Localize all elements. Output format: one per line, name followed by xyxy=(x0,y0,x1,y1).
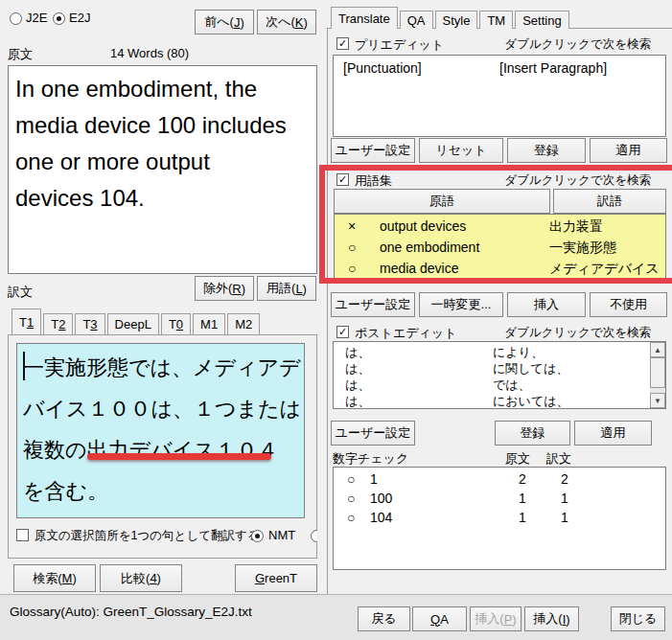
glossary-target-column-header[interactable]: 訳語 xyxy=(553,189,666,214)
target-label: 訳文 xyxy=(8,284,33,301)
greent-button[interactable]: GreenT xyxy=(235,564,317,592)
postedit-checkbox[interactable]: ✓ xyxy=(336,326,349,338)
number-check-marker[interactable]: ○ xyxy=(347,471,355,487)
tab-qa[interactable]: QA xyxy=(400,11,433,29)
glossary-row-source[interactable]: output devices xyxy=(380,218,466,234)
postedit-row-col2[interactable]: に関しては、 xyxy=(493,360,568,377)
number-check-label: 数字チェック xyxy=(333,450,408,468)
glossary-row-marker[interactable]: ○ xyxy=(348,240,356,255)
number-check-target-header: 訳文 xyxy=(546,450,571,468)
tab-t0[interactable]: T0 xyxy=(161,313,191,334)
scroll-down-icon[interactable]: ▼ xyxy=(650,393,665,408)
insert-i-button[interactable]: 挿入(I) xyxy=(524,606,579,631)
insert-p-button: 挿入(P) xyxy=(470,606,521,631)
tab-t3[interactable]: T3 xyxy=(75,313,104,334)
glossary-row-source[interactable]: media device xyxy=(380,261,459,276)
compare-button[interactable]: 比較(4) xyxy=(100,564,182,592)
postedit-row-col2[interactable]: では、 xyxy=(493,377,531,394)
search-button[interactable]: 検索(M) xyxy=(13,564,96,592)
number-check-source-count[interactable]: 2 xyxy=(519,471,526,487)
number-check-source-count[interactable]: 1 xyxy=(519,510,526,525)
number-check-target-count[interactable]: 1 xyxy=(561,491,568,506)
number-check-value[interactable]: 1 xyxy=(370,471,378,487)
glossary-row-target[interactable]: 出力装置 xyxy=(549,218,603,236)
engine-tabs: T1 T2 T3 DeepL T0 M1 M2 xyxy=(12,309,262,334)
glossary-row-marker[interactable]: × xyxy=(348,218,356,234)
preedit-register-button[interactable]: 登録 xyxy=(507,138,586,163)
number-check-marker[interactable]: ○ xyxy=(347,491,355,506)
preedit-label: プリエディット xyxy=(355,36,444,54)
glossary-unused-button[interactable]: 不使用 xyxy=(590,292,667,317)
translation-line: を含む。 xyxy=(23,470,298,512)
tab-t2[interactable]: T2 xyxy=(43,313,73,334)
clipped-radio[interactable] xyxy=(311,530,317,543)
number-check-source-count[interactable]: 1 xyxy=(519,491,526,506)
nmt-radio[interactable] xyxy=(251,530,264,542)
prev-button[interactable]: 前へ(J) xyxy=(195,10,254,34)
number-check-value[interactable]: 104 xyxy=(370,510,392,525)
glossary-checkbox[interactable]: ✓ xyxy=(336,173,349,186)
postedit-label: ポストエディット xyxy=(355,325,456,342)
back-button[interactable]: 戻る xyxy=(358,606,410,631)
radio-e2j[interactable] xyxy=(53,12,65,25)
number-check-marker[interactable]: ○ xyxy=(347,510,355,525)
glossary-row-target[interactable]: メディアデバイス xyxy=(549,261,660,278)
tab-t1[interactable]: T1 xyxy=(12,309,41,334)
source-line: media device 100 includes xyxy=(15,107,310,144)
tab-deepl[interactable]: DeepL xyxy=(107,313,159,334)
tab-setting[interactable]: Setting xyxy=(515,11,568,29)
glossary-row-source[interactable]: one embodiment xyxy=(380,240,479,255)
translate-as-phrase-checkbox[interactable] xyxy=(16,529,29,541)
preedit-reset-button[interactable]: リセット xyxy=(419,138,503,163)
scroll-up-icon[interactable]: ▲ xyxy=(650,342,665,357)
source-line: one or more output xyxy=(15,144,310,180)
term-button[interactable]: 用語(L) xyxy=(257,276,316,301)
glossary-insert-button[interactable]: 挿入 xyxy=(507,292,586,317)
postedit-list[interactable]: は、 により、 は、 に関しては、 は、 では、 は、 においては、 ▲ ▼ xyxy=(333,341,666,409)
translation-line: 複数の出力デバイス１０４ xyxy=(23,429,298,470)
glossary-row-target[interactable]: 一実施形態 xyxy=(549,240,616,257)
source-line: In one embodiment, the xyxy=(15,71,310,107)
preedit-item-col1[interactable]: [Punctuation] xyxy=(343,60,422,76)
source-label: 原文 xyxy=(8,46,33,63)
postedit-row-col1[interactable]: は、 xyxy=(345,377,370,394)
number-check-target-count[interactable]: 1 xyxy=(561,510,568,525)
preedit-user-settings-button[interactable]: ユーザー設定 xyxy=(331,138,415,163)
next-button[interactable]: 次へ(K) xyxy=(257,10,316,34)
tab-translate[interactable]: Translate xyxy=(331,7,398,29)
glossary-temp-change-button[interactable]: 一時変更... xyxy=(419,292,503,317)
number-check-target-count[interactable]: 2 xyxy=(561,471,568,487)
glossary-row-marker[interactable]: ○ xyxy=(348,261,356,276)
postedit-row-col1[interactable]: は、 xyxy=(345,344,370,361)
glossary-user-settings-button[interactable]: ユーザー設定 xyxy=(331,292,415,317)
translation-textarea[interactable]: 一実施形態では、メディアデ バイス１００は、１つまたは 複数の出力デバイス１０４… xyxy=(16,343,305,518)
preedit-list[interactable]: [Punctuation] [Insert Paragraph] xyxy=(333,55,666,137)
translate-as-phrase-label: 原文の選択箇所を1つの句として翻訳する xyxy=(35,528,260,544)
qa-button[interactable]: QA xyxy=(412,606,467,631)
postedit-row-col2[interactable]: においては、 xyxy=(493,393,569,409)
greent-translate-dialog: J2E E2J 前へ(J) 次へ(K) 原文 14 Words (80) In … xyxy=(0,0,672,640)
postedit-row-col1[interactable]: は、 xyxy=(345,360,370,377)
number-check-value[interactable]: 100 xyxy=(370,491,392,506)
preedit-checkbox[interactable]: ✓ xyxy=(336,37,349,50)
number-check-source-header: 原文 xyxy=(505,450,530,468)
tab-style[interactable]: Style xyxy=(435,11,478,29)
glossary-source-column-header[interactable]: 原語 xyxy=(334,189,550,214)
close-button[interactable]: 閉じる xyxy=(611,606,665,631)
preedit-apply-button[interactable]: 適用 xyxy=(590,138,667,163)
scrollbar-thumb[interactable] xyxy=(650,357,665,388)
tab-tm[interactable]: TM xyxy=(479,11,513,29)
radio-j2e[interactable] xyxy=(10,12,22,25)
number-check-list[interactable]: ○ 1 2 2 ○ 100 1 1 ○ 104 1 1 xyxy=(333,467,666,570)
tab-m1[interactable]: M1 xyxy=(193,313,225,334)
postedit-apply-button[interactable]: 適用 xyxy=(574,421,652,446)
source-textarea[interactable]: In one embodiment, the media device 100 … xyxy=(8,65,317,274)
postedit-register-button[interactable]: 登録 xyxy=(495,421,570,446)
postedit-user-settings-button[interactable]: ユーザー設定 xyxy=(331,421,415,446)
postedit-row-col1[interactable]: は、 xyxy=(345,393,370,409)
exclude-button[interactable]: 除外(R) xyxy=(195,276,254,301)
glossary-term-list[interactable]: × output devices 出力装置 ○ one embodiment 一… xyxy=(334,214,666,279)
postedit-row-col2[interactable]: により、 xyxy=(493,344,544,361)
preedit-item-col2[interactable]: [Insert Paragraph] xyxy=(499,60,607,76)
tab-m2[interactable]: M2 xyxy=(227,313,260,334)
